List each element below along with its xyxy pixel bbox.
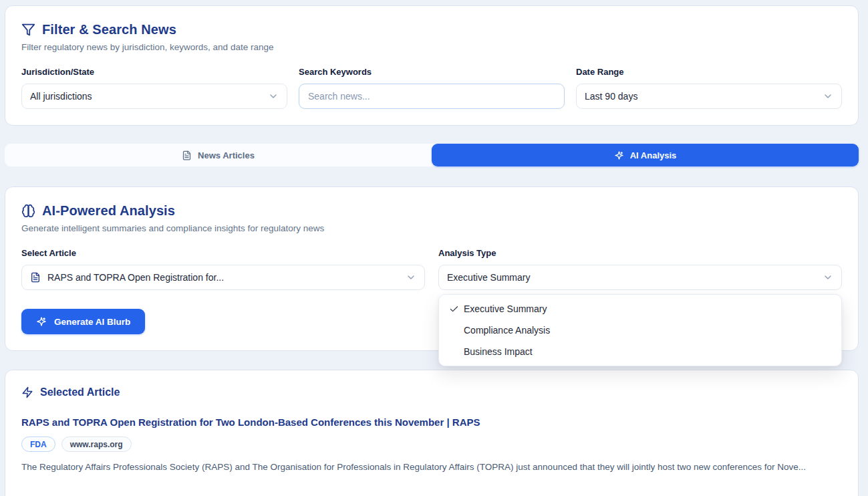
jurisdiction-value: All jurisdictions <box>30 91 92 102</box>
article-select-value: RAPS and TOPRA Open Registration for... <box>47 272 224 283</box>
analysis-type-select-wrap: Executive Summary Executive Summary <box>438 265 842 290</box>
file-text-icon <box>182 150 192 160</box>
jurisdiction-select[interactable]: All jurisdictions <box>21 84 287 109</box>
filter-grid: Jurisdiction/State All jurisdictions Sea… <box>21 67 842 109</box>
analysis-type-field: Analysis Type Executive Summary <box>438 248 842 334</box>
dropdown-option-executive-summary[interactable]: Executive Summary <box>439 298 841 320</box>
chevron-down-icon <box>823 91 833 102</box>
check-icon <box>448 304 459 314</box>
filter-card-title: Filter & Search News <box>42 22 176 37</box>
source-badge-fda: FDA <box>21 437 55 452</box>
search-input[interactable] <box>299 84 565 109</box>
select-article-label: Select Article <box>21 248 425 258</box>
article-card-header: Selected Article <box>21 386 842 398</box>
sparkles-icon <box>614 150 624 160</box>
chevron-down-icon <box>268 91 279 102</box>
generate-button-label: Generate AI Blurb <box>54 317 130 327</box>
filter-card-subtitle: Filter regulatory news by jurisdiction, … <box>21 42 842 52</box>
page: Filter & Search News Filter regulatory n… <box>0 0 868 496</box>
generate-ai-blurb-button[interactable]: Generate AI Blurb <box>21 309 145 334</box>
dropdown-option-label: Compliance Analysis <box>464 325 550 336</box>
dropdown-option-label: Business Impact <box>464 346 533 357</box>
zap-icon <box>21 386 33 398</box>
analysis-card-header: AI-Powered Analysis <box>21 203 842 219</box>
analysis-card-subtitle: Generate intelligent summaries and compl… <box>21 223 842 233</box>
dropdown-option-business-impact[interactable]: Business Impact <box>439 341 841 362</box>
sparkles-icon <box>36 316 47 327</box>
date-range-value: Last 90 days <box>585 91 637 102</box>
analysis-type-value: Executive Summary <box>447 272 530 283</box>
file-text-icon <box>30 272 41 283</box>
keywords-label: Search Keywords <box>299 67 565 77</box>
keywords-field: Search Keywords <box>299 67 565 109</box>
date-range-field: Date Range Last 90 days <box>576 67 842 109</box>
date-range-label: Date Range <box>576 67 842 77</box>
article-headline: RAPS and TOPRA Open Registration for Two… <box>21 416 842 428</box>
article-excerpt: The Regulatory Affairs Professionals Soc… <box>21 462 842 472</box>
dropdown-option-label: Executive Summary <box>464 303 547 314</box>
brain-icon <box>21 204 35 218</box>
jurisdiction-field: Jurisdiction/State All jurisdictions <box>21 67 287 109</box>
article-select[interactable]: RAPS and TOPRA Open Registration for... <box>21 265 425 290</box>
view-tabs: News Articles AI Analysis <box>5 144 859 166</box>
article-card-title: Selected Article <box>40 386 120 398</box>
select-article-field: Select Article RAPS and TOPRA Open Regis… <box>21 248 425 334</box>
tab-news-articles[interactable]: News Articles <box>5 144 432 166</box>
ai-analysis-card: AI-Powered Analysis Generate intelligent… <box>5 187 859 351</box>
tab-news-label: News Articles <box>198 150 255 160</box>
jurisdiction-label: Jurisdiction/State <box>21 67 287 77</box>
source-badge-url: www.raps.org <box>61 437 132 452</box>
chevron-down-icon <box>406 272 416 283</box>
chevron-down-icon <box>823 272 833 283</box>
tab-ai-analysis[interactable]: AI Analysis <box>432 144 859 166</box>
date-range-select[interactable]: Last 90 days <box>576 84 842 109</box>
analysis-type-dropdown-menu: Executive Summary Compliance Analysis Bu… <box>438 294 842 366</box>
analysis-card-title: AI-Powered Analysis <box>42 203 175 219</box>
filter-card-header: Filter & Search News <box>21 22 842 37</box>
analysis-type-label: Analysis Type <box>438 248 842 258</box>
analysis-type-select[interactable]: Executive Summary <box>438 265 842 290</box>
analysis-grid: Select Article RAPS and TOPRA Open Regis… <box>21 248 842 334</box>
filter-funnel-icon <box>21 23 35 37</box>
selected-article-card: Selected Article RAPS and TOPRA Open Reg… <box>5 370 859 496</box>
filter-search-card: Filter & Search News Filter regulatory n… <box>5 5 859 126</box>
dropdown-option-compliance-analysis[interactable]: Compliance Analysis <box>439 320 841 341</box>
badge-row: FDA www.raps.org <box>21 437 842 452</box>
tab-ai-label: AI Analysis <box>630 150 677 160</box>
